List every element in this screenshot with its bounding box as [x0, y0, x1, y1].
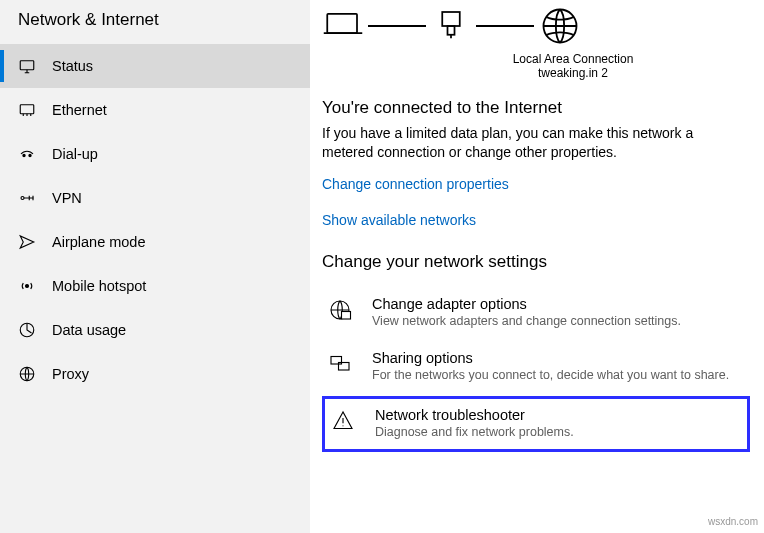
setting-sub: Diagnose and fix network problems. — [375, 425, 737, 439]
watermark: wsxdn.com — [708, 516, 758, 527]
sidebar-item-label: Ethernet — [52, 102, 107, 118]
troubleshooter-icon — [331, 409, 355, 433]
svg-rect-13 — [342, 311, 351, 319]
sidebar-item-label: Status — [52, 58, 93, 74]
svg-rect-0 — [20, 61, 34, 70]
status-heading: You're connected to the Internet — [322, 98, 764, 118]
sidebar-item-status[interactable]: Status — [0, 44, 310, 88]
setting-text: Network troubleshooter Diagnose and fix … — [375, 407, 737, 439]
computer-node — [322, 5, 364, 47]
adapter-icon — [328, 298, 352, 322]
sidebar-item-label: Proxy — [52, 366, 89, 382]
setting-title: Network troubleshooter — [375, 407, 737, 423]
sidebar-item-label: VPN — [52, 190, 82, 206]
router-node — [430, 5, 472, 47]
svg-point-2 — [23, 154, 25, 156]
sidebar-item-label: Dial-up — [52, 146, 98, 162]
sidebar-item-airplane[interactable]: Airplane mode — [0, 220, 310, 264]
sidebar-item-proxy[interactable]: Proxy — [0, 352, 310, 396]
setting-sharing-options[interactable]: Sharing options For the networks you con… — [322, 342, 764, 396]
network-diagram — [322, 4, 764, 48]
sidebar-item-label: Mobile hotspot — [52, 278, 146, 294]
sidebar-item-datausage[interactable]: Data usage — [0, 308, 310, 352]
svg-rect-9 — [442, 12, 460, 26]
show-available-networks-link[interactable]: Show available networks — [322, 212, 764, 228]
setting-network-troubleshooter[interactable]: Network troubleshooter Diagnose and fix … — [322, 396, 750, 452]
diagram-line — [476, 25, 534, 27]
svg-point-5 — [26, 285, 29, 288]
setting-adapter-options[interactable]: Change adapter options View network adap… — [322, 288, 764, 342]
setting-title: Change adapter options — [372, 296, 764, 312]
sidebar-item-dialup[interactable]: Dial-up — [0, 132, 310, 176]
ethernet-icon — [18, 101, 36, 119]
diagram-caption-1: Local Area Connection — [382, 52, 764, 66]
setting-sub: View network adapters and change connect… — [372, 314, 764, 328]
status-icon — [18, 57, 36, 75]
diagram-caption-2: tweaking.in 2 — [382, 66, 764, 80]
status-description: If you have a limited data plan, you can… — [322, 124, 722, 162]
dialup-icon — [18, 145, 36, 163]
svg-rect-1 — [20, 105, 34, 114]
sidebar-items: Status Ethernet Dial-up VPN Airplane mod… — [0, 44, 310, 396]
svg-point-4 — [21, 197, 24, 200]
sidebar-item-ethernet[interactable]: Ethernet — [0, 88, 310, 132]
sidebar-item-label: Airplane mode — [52, 234, 146, 250]
globe-node — [538, 4, 582, 48]
setting-title: Sharing options — [372, 350, 764, 366]
proxy-icon — [18, 365, 36, 383]
sidebar-item-vpn[interactable]: VPN — [0, 176, 310, 220]
data-usage-icon — [18, 321, 36, 339]
hotspot-icon — [18, 277, 36, 295]
content: Local Area Connection tweaking.in 2 You'… — [310, 0, 764, 533]
svg-rect-10 — [448, 26, 455, 35]
setting-text: Sharing options For the networks you con… — [372, 350, 764, 382]
diagram-line — [368, 25, 426, 27]
svg-rect-8 — [327, 14, 357, 33]
setting-sub: For the networks you connect to, decide … — [372, 368, 764, 382]
diagram-caption: Local Area Connection tweaking.in 2 — [382, 52, 764, 80]
sidebar-title: Network & Internet — [0, 5, 310, 44]
svg-point-3 — [29, 154, 31, 156]
sidebar-item-hotspot[interactable]: Mobile hotspot — [0, 264, 310, 308]
sidebar: Network & Internet Status Ethernet Dial-… — [0, 0, 310, 533]
airplane-icon — [18, 233, 36, 251]
sharing-icon — [328, 352, 352, 376]
sidebar-item-label: Data usage — [52, 322, 126, 338]
change-connection-properties-link[interactable]: Change connection properties — [322, 176, 764, 192]
setting-text: Change adapter options View network adap… — [372, 296, 764, 328]
vpn-icon — [18, 189, 36, 207]
settings-heading: Change your network settings — [322, 252, 764, 272]
